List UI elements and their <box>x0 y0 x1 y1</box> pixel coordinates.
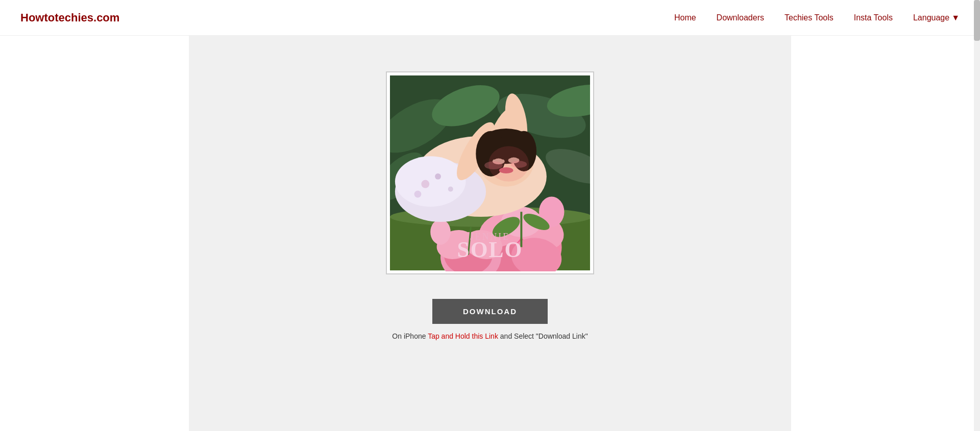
nav-insta-tools[interactable]: Insta Tools <box>854 13 893 22</box>
svg-point-28 <box>395 156 466 207</box>
header: Howtotechies.com Home Downloaders Techie… <box>0 0 980 36</box>
nav-downloaders[interactable]: Downloaders <box>717 13 764 22</box>
instruction-highlight[interactable]: Tap and Hold this Link <box>428 332 498 340</box>
nav-language[interactable]: Language ▼ <box>913 13 960 22</box>
svg-point-30 <box>435 173 441 180</box>
navigation: Home Downloaders Techies Tools Insta Too… <box>674 13 960 22</box>
nav-home[interactable]: Home <box>674 13 696 22</box>
main-content: JENNIE SOLO DOWNLOAD On iPhone Tap and H… <box>189 36 791 431</box>
site-logo[interactable]: Howtotechies.com <box>20 11 119 24</box>
album-art: JENNIE SOLO <box>390 74 590 271</box>
download-button[interactable]: DOWNLOAD <box>432 299 548 324</box>
scrollbar[interactable] <box>974 0 980 431</box>
instruction-suffix: and Select "Download Link" <box>498 332 588 340</box>
svg-text:SOLO: SOLO <box>457 237 523 262</box>
language-dropdown-icon: ▼ <box>951 13 960 22</box>
album-art-wrapper: JENNIE SOLO <box>386 71 594 274</box>
instruction-text: On iPhone Tap and Hold this Link and Sel… <box>392 332 587 340</box>
svg-point-29 <box>421 180 429 188</box>
svg-point-31 <box>414 191 422 198</box>
scrollbar-thumb[interactable] <box>974 0 980 41</box>
nav-techies-tools[interactable]: Techies Tools <box>785 13 834 22</box>
svg-point-21 <box>430 219 451 244</box>
instruction-prefix: On iPhone <box>392 332 428 340</box>
svg-point-32 <box>448 187 453 192</box>
svg-point-45 <box>488 146 529 182</box>
